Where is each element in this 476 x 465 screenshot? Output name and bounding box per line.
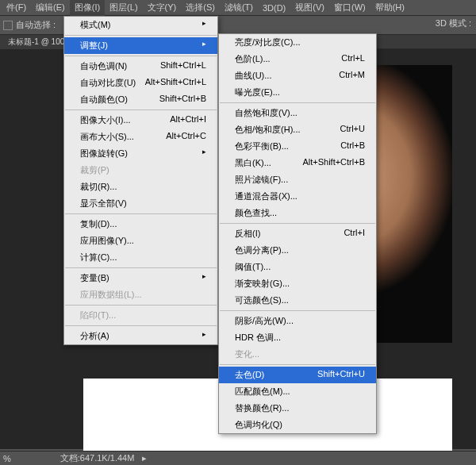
status-bar: % 文档:647.1K/1.44M ▸ bbox=[0, 451, 476, 465]
mi-auto-tone[interactable]: 自动色调(N)Shift+Ctrl+L bbox=[64, 58, 217, 75]
sep bbox=[220, 223, 375, 224]
mi-brightness-contrast[interactable]: 亮度/对比度(C)... bbox=[219, 34, 376, 51]
mi-hdr-toning[interactable]: HDR 色调... bbox=[219, 329, 376, 346]
mi-apply-dataset: 应用数据组(L)... bbox=[64, 286, 217, 303]
mi-levels[interactable]: 色阶(L)...Ctrl+L bbox=[219, 51, 376, 67]
mi-invert[interactable]: 反相(I)Ctrl+I bbox=[219, 225, 376, 242]
mi-curves[interactable]: 曲线(U)...Ctrl+M bbox=[219, 67, 376, 84]
sep bbox=[220, 102, 375, 103]
mi-gradient-map[interactable]: 渐变映射(G)... bbox=[219, 275, 376, 292]
menu-file[interactable]: 件(F) bbox=[2, 0, 31, 16]
auto-select-label: 自动选择 : bbox=[16, 19, 56, 31]
mi-image-size[interactable]: 图像大小(I)...Alt+Ctrl+I bbox=[64, 112, 217, 129]
mi-trim[interactable]: 裁切(R)... bbox=[64, 179, 217, 195]
mi-black-white[interactable]: 黑白(K)...Alt+Shift+Ctrl+B bbox=[219, 155, 376, 171]
mi-threshold[interactable]: 阈值(T)... bbox=[219, 259, 376, 275]
mi-hue-saturation[interactable]: 色相/饱和度(H)...Ctrl+U bbox=[219, 121, 376, 138]
status-zoom: % bbox=[3, 454, 11, 463]
sep bbox=[65, 305, 217, 306]
chevron-right-icon[interactable]: ▸ bbox=[142, 453, 147, 463]
menu-edit[interactable]: 编辑(E) bbox=[31, 0, 70, 16]
mi-crop: 裁剪(P) bbox=[64, 162, 217, 179]
menu-type[interactable]: 文字(Y) bbox=[143, 0, 182, 16]
mi-selective-color[interactable]: 可选颜色(S)... bbox=[219, 292, 376, 309]
mi-vibrance[interactable]: 自然饱和度(V)... bbox=[219, 105, 376, 121]
3d-mode-label: 3D 模式 : bbox=[436, 17, 471, 29]
mi-replace-color[interactable]: 替换颜色(R)... bbox=[219, 400, 376, 417]
menu-layer[interactable]: 图层(L) bbox=[105, 0, 142, 16]
menu-filter[interactable]: 滤镜(T) bbox=[220, 0, 258, 16]
options-right: 3D 模式 : bbox=[436, 17, 471, 29]
adjustments-submenu: 亮度/对比度(C)... 色阶(L)...Ctrl+L 曲线(U)...Ctrl… bbox=[218, 33, 377, 434]
sep bbox=[220, 364, 375, 365]
menu-help[interactable]: 帮助(H) bbox=[370, 0, 409, 16]
mi-image-rotation[interactable]: 图像旋转(G) bbox=[64, 145, 217, 162]
mi-match-color[interactable]: 匹配颜色(M)... bbox=[219, 383, 376, 400]
mi-reveal-all[interactable]: 显示全部(V) bbox=[64, 195, 217, 212]
mi-trap: 陷印(T)... bbox=[64, 307, 217, 324]
menu-image[interactable]: 图像(I) bbox=[70, 0, 105, 16]
mi-photo-filter[interactable]: 照片滤镜(F)... bbox=[219, 171, 376, 188]
menu-3d[interactable]: 3D(D) bbox=[258, 1, 290, 15]
mi-duplicate[interactable]: 复制(D)... bbox=[64, 216, 217, 232]
menu-select[interactable]: 选择(S) bbox=[181, 0, 220, 16]
sep bbox=[65, 213, 217, 214]
mi-channel-mixer[interactable]: 通道混合器(X)... bbox=[219, 188, 376, 205]
sep bbox=[65, 56, 217, 56]
mi-analysis[interactable]: 分析(A) bbox=[64, 328, 217, 344]
mi-shadows-highlights[interactable]: 阴影/高光(W)... bbox=[219, 313, 376, 329]
sep bbox=[65, 35, 217, 36]
mi-calculations[interactable]: 计算(C)... bbox=[64, 249, 217, 266]
menu-view[interactable]: 视图(V) bbox=[290, 0, 329, 16]
mi-variables[interactable]: 变量(B) bbox=[64, 270, 217, 286]
sep bbox=[65, 110, 217, 110]
mi-posterize[interactable]: 色调分离(P)... bbox=[219, 242, 376, 259]
mi-color-balance[interactable]: 色彩平衡(B)...Ctrl+B bbox=[219, 138, 376, 155]
sep bbox=[65, 325, 217, 326]
menubar: 件(F) 编辑(E) 图像(I) 图层(L) 文字(Y) 选择(S) 滤镜(T)… bbox=[0, 0, 476, 16]
mi-exposure[interactable]: 曝光度(E)... bbox=[219, 84, 376, 101]
mi-desaturate[interactable]: 去色(D)Shift+Ctrl+U bbox=[219, 367, 376, 383]
mi-apply-image[interactable]: 应用图像(Y)... bbox=[64, 232, 217, 249]
menu-window[interactable]: 窗口(W) bbox=[329, 0, 370, 16]
mi-auto-contrast[interactable]: 自动对比度(U)Alt+Shift+Ctrl+L bbox=[64, 75, 217, 91]
auto-select-checkbox[interactable] bbox=[3, 21, 13, 30]
mi-auto-color[interactable]: 自动颜色(O)Shift+Ctrl+B bbox=[64, 91, 217, 108]
image-menu: 模式(M) 调整(J) 自动色调(N)Shift+Ctrl+L 自动对比度(U)… bbox=[63, 16, 218, 345]
mi-canvas-size[interactable]: 画布大小(S)...Alt+Ctrl+C bbox=[64, 129, 217, 145]
mi-variations: 变化... bbox=[219, 346, 376, 363]
status-doc-size: 文档:647.1K/1.44M bbox=[60, 452, 135, 464]
sep bbox=[65, 267, 217, 268]
mi-mode[interactable]: 模式(M) bbox=[64, 17, 217, 33]
mi-adjustments[interactable]: 调整(J) bbox=[64, 37, 217, 54]
sep bbox=[220, 310, 375, 311]
mi-equalize[interactable]: 色调均化(Q) bbox=[219, 417, 376, 433]
mi-color-lookup[interactable]: 颜色查找... bbox=[219, 205, 376, 221]
